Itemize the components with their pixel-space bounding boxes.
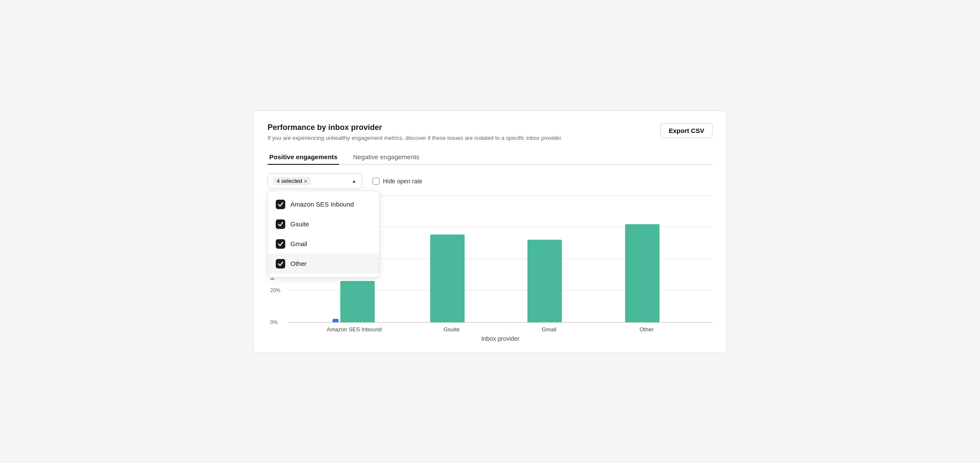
dropdown-item-other[interactable]: Other bbox=[268, 254, 379, 274]
selected-count-label: 4 selected bbox=[277, 178, 302, 184]
card-header: Performance by inbox provider If you are… bbox=[268, 123, 712, 141]
bar-green-amazon bbox=[340, 281, 375, 322]
grid-label-20: 20% bbox=[270, 287, 280, 293]
tab-negative-engagements[interactable]: Negative engagements bbox=[351, 150, 421, 165]
bar-group-other bbox=[598, 224, 696, 322]
checkbox-gmail-icon bbox=[276, 239, 285, 249]
provider-dropdown-wrapper: 4 selected × ▲ Amazon SES Inbound bbox=[268, 173, 362, 189]
dropdown-item-gmail-label: Gmail bbox=[290, 240, 307, 247]
card-title: Performance by inbox provider bbox=[268, 123, 563, 132]
card-subtitle: If you are experiencing unhealthy engage… bbox=[268, 135, 563, 141]
dropdown-item-amazon-ses[interactable]: Amazon SES Inbound bbox=[268, 194, 379, 214]
dropdown-item-gsuite-label: Gsuite bbox=[290, 220, 309, 228]
hide-open-rate-label[interactable]: Hide open rate bbox=[373, 178, 422, 185]
bar-group-gmail bbox=[500, 240, 598, 322]
selected-badge: 4 selected × bbox=[273, 177, 311, 185]
bar-pair-amazon bbox=[333, 281, 376, 322]
export-csv-button[interactable]: Export CSV bbox=[660, 123, 712, 138]
checkbox-other-icon bbox=[276, 259, 285, 269]
dropdown-item-gsuite[interactable]: Gsuite bbox=[268, 214, 379, 234]
bar-green-other bbox=[625, 224, 659, 322]
hide-open-rate-checkbox[interactable] bbox=[373, 178, 379, 185]
x-label-gmail: Gmail bbox=[500, 326, 598, 333]
dropdown-item-amazon-ses-label: Amazon SES Inbound bbox=[290, 201, 354, 208]
controls-row: 4 selected × ▲ Amazon SES Inbound bbox=[268, 173, 712, 189]
dropdown-trigger-left: 4 selected × bbox=[273, 177, 311, 185]
bar-blue-amazon bbox=[333, 319, 339, 322]
dropdown-item-gmail[interactable]: Gmail bbox=[268, 234, 379, 254]
bar-group-gsuite bbox=[403, 235, 501, 322]
x-axis-labels: Amazon SES Inbound Gsuite Gmail Other bbox=[288, 323, 712, 333]
x-label-gsuite: Gsuite bbox=[403, 326, 501, 333]
header-text: Performance by inbox provider If you are… bbox=[268, 123, 563, 141]
x-label-amazon: Amazon SES Inbound bbox=[305, 326, 403, 333]
chevron-up-icon: ▲ bbox=[351, 178, 357, 184]
main-card: Performance by inbox provider If you are… bbox=[253, 111, 727, 353]
x-axis-title: Inbox provider bbox=[288, 335, 712, 342]
hide-open-rate-text: Hide open rate bbox=[383, 178, 422, 185]
x-label-other: Other bbox=[598, 326, 696, 333]
bar-pair-other bbox=[625, 224, 668, 322]
bar-group-amazon bbox=[305, 281, 403, 322]
bar-green-gmail bbox=[527, 240, 562, 322]
bar-pair-gmail bbox=[527, 240, 570, 322]
tab-positive-engagements[interactable]: Positive engagements bbox=[268, 150, 339, 165]
checkbox-amazon-ses-icon bbox=[276, 200, 285, 209]
clear-selection-icon[interactable]: × bbox=[304, 178, 307, 185]
bar-green-gsuite bbox=[430, 235, 465, 322]
provider-dropdown-menu: Amazon SES Inbound Gsuite Gmail bbox=[268, 191, 379, 278]
grid-label-0: 0% bbox=[270, 319, 277, 325]
tab-bar: Positive engagements Negative engagement… bbox=[268, 150, 712, 165]
dropdown-item-other-label: Other bbox=[290, 260, 307, 267]
checkbox-gsuite-icon bbox=[276, 219, 285, 229]
bar-pair-gsuite bbox=[430, 235, 473, 322]
provider-dropdown-trigger[interactable]: 4 selected × ▲ bbox=[268, 173, 362, 189]
